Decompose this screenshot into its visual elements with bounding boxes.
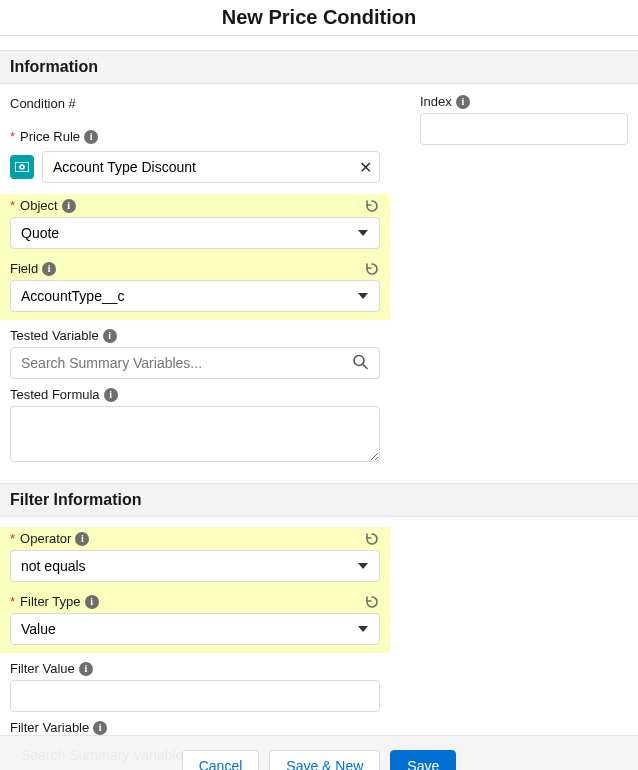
operator-label: Operator	[20, 531, 71, 546]
save-button[interactable]: Save	[390, 750, 456, 770]
undo-icon[interactable]	[364, 531, 380, 550]
filter-variable-label: Filter Variable	[10, 720, 89, 735]
page-title: New Price Condition	[0, 0, 638, 35]
svg-rect-0	[15, 162, 29, 172]
tested-formula-textarea[interactable]	[10, 406, 380, 462]
field-label: Field	[10, 261, 38, 276]
info-icon: i	[79, 662, 93, 676]
section-header-information: Information	[0, 50, 638, 84]
price-rule-lookup[interactable]	[42, 151, 380, 183]
svg-point-1	[20, 165, 24, 169]
filter-value-label: Filter Value	[10, 661, 75, 676]
object-select[interactable]: Quote	[10, 217, 380, 249]
info-icon: i	[84, 130, 98, 144]
price-rule-object-icon	[10, 155, 34, 179]
info-icon: i	[103, 329, 117, 343]
clear-icon[interactable]: ✕	[359, 158, 372, 177]
object-label: Object	[20, 198, 58, 213]
info-icon: i	[85, 595, 99, 609]
info-icon: i	[42, 262, 56, 276]
index-label: Index	[420, 94, 452, 109]
tested-variable-search-input[interactable]	[10, 347, 380, 379]
info-icon: i	[93, 721, 107, 735]
search-icon	[352, 354, 368, 373]
info-icon: i	[104, 388, 118, 402]
filter-type-select[interactable]: Value	[10, 613, 380, 645]
operator-select[interactable]: not equals	[10, 550, 380, 582]
field-select[interactable]: AccountType__c	[10, 280, 380, 312]
svg-line-3	[363, 365, 367, 369]
filter-value-input[interactable]	[10, 680, 380, 712]
save-and-new-button[interactable]: Save & New	[269, 750, 380, 770]
undo-icon[interactable]	[364, 261, 380, 280]
info-icon: i	[75, 532, 89, 546]
cancel-button[interactable]: Cancel	[182, 750, 260, 770]
index-input[interactable]	[420, 113, 628, 145]
tested-formula-label: Tested Formula	[10, 387, 100, 402]
section-header-filter: Filter Information	[0, 483, 638, 517]
undo-icon[interactable]	[364, 198, 380, 217]
filter-type-label: Filter Type	[20, 594, 80, 609]
tested-variable-label: Tested Variable	[10, 328, 99, 343]
info-icon: i	[456, 95, 470, 109]
info-icon: i	[62, 199, 76, 213]
undo-icon[interactable]	[364, 594, 380, 613]
condition-number-label: Condition #	[10, 94, 380, 121]
price-rule-label: Price Rule	[20, 129, 80, 144]
